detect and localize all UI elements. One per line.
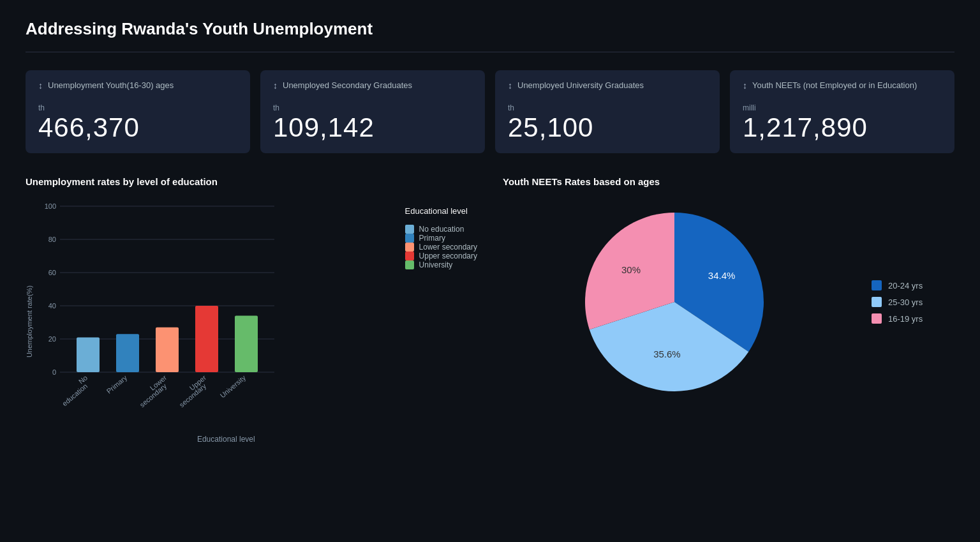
pie-svg: 34.4%35.6%30% [572,200,776,404]
kpi-value-3: 1,217,890 [743,112,942,143]
svg-text:0: 0 [52,368,56,376]
pie-legend-item-2: 16-19 yrs [872,313,954,324]
svg-text:40: 40 [48,302,56,310]
x-axis-title: Educational level [38,435,392,444]
kpi-value-0: 466,370 [38,112,237,143]
bar-3 [195,306,218,372]
legend-items: No education Primary Lower secondary Upp… [405,225,477,269]
legend-swatch-0 [405,225,414,234]
bar-chart-inner: 100806040200NoeducationPrimaryLowersecon… [38,200,392,444]
pie-label-1: 35.6% [653,349,681,359]
kpi-card-3: ↕ Youth NEETs (not Employed or in Educat… [730,70,954,153]
kpi-unit-2: th [508,103,707,112]
bar-4 [235,316,258,372]
pie-chart-section: Youth NEETs Rates based on ages 34.4%35.… [503,176,954,444]
pie-legend-swatch-0 [872,280,882,290]
kpi-header-2: ↕ Unemployed University Graduates [508,80,707,91]
legend-item-4: University [405,260,477,269]
pie-legend-item-1: 25-30 yrs [872,297,954,307]
pie-svg-wrap: 34.4%35.6%30% [503,200,846,404]
legend-item-3: Upper secondary [405,252,477,260]
kpi-unit-1: th [273,103,472,112]
pie-chart-title: Youth NEETs Rates based on ages [503,176,954,187]
kpi-icon-3: ↕ [743,80,747,91]
svg-text:education: education [61,382,89,407]
svg-text:100: 100 [45,202,56,210]
kpi-header-1: ↕ Unemployed Secondary Graduates [273,80,472,91]
kpi-label-3: Youth NEETs (not Employed or in Educatio… [752,80,917,91]
legend-title: Educational level [405,206,477,216]
pie-legend: 20-24 yrs 25-30 yrs 16-19 yrs [872,280,954,324]
bar-chart-container: Unemployment rate(%) 100806040200Noeduca… [26,200,477,444]
bar-chart-legend: Educational level No education Primary L… [405,200,477,269]
kpi-row: ↕ Unemployment Youth(16-30) ages th 466,… [26,70,954,153]
pie-label-2: 30% [621,264,641,275]
pie-legend-label-0: 20-24 yrs [888,281,923,290]
section-divider [26,52,954,52]
svg-text:60: 60 [48,269,56,276]
charts-row: Unemployment rates by level of education… [26,176,954,444]
kpi-label-2: Unemployed University Graduates [517,80,644,91]
pie-legend-label-2: 16-19 yrs [888,314,923,324]
legend-label-2: Lower secondary [419,243,477,252]
bars-render: 100806040200NoeducationPrimaryLowersecon… [38,200,392,432]
legend-swatch-2 [405,243,414,252]
pie-legend-item-0: 20-24 yrs [872,280,954,290]
legend-label-0: No education [419,225,464,234]
kpi-icon-2: ↕ [508,80,512,91]
kpi-value-2: 25,100 [508,112,707,143]
kpi-icon-0: ↕ [38,80,43,91]
svg-text:Primary: Primary [105,373,129,395]
legend-item-0: No education [405,225,477,234]
bar-chart-area: Unemployment rate(%) 100806040200Noeduca… [26,200,392,444]
bar-1 [116,334,139,372]
kpi-icon-1: ↕ [273,80,278,91]
legend-swatch-1 [405,234,414,243]
bar-2 [156,327,179,372]
svg-text:University: University [219,373,248,400]
bar-chart-section: Unemployment rates by level of education… [26,176,477,444]
bar-svg: 100806040200NoeducationPrimaryLowersecon… [38,200,281,430]
kpi-unit-3: milli [743,103,942,112]
svg-text:80: 80 [48,236,56,243]
pie-legend-swatch-2 [872,313,882,324]
kpi-label-0: Unemployment Youth(16-30) ages [48,80,174,91]
legend-label-3: Upper secondary [419,252,477,260]
legend-item-1: Primary [405,234,477,243]
pie-legend-swatch-1 [872,297,882,307]
bar-0 [77,337,100,372]
legend-item-2: Lower secondary [405,243,477,252]
legend-label-1: Primary [419,234,445,243]
y-axis-label: Unemployment rate(%) [26,285,33,358]
page-title: Addressing Rwanda's Youth Unemployment [26,19,954,39]
bar-chart-title: Unemployment rates by level of education [26,176,477,187]
kpi-label-1: Unemployed Secondary Graduates [283,80,412,91]
svg-text:20: 20 [48,335,56,343]
kpi-unit-0: th [38,103,237,112]
kpi-card-0: ↕ Unemployment Youth(16-30) ages th 466,… [26,70,250,153]
kpi-card-2: ↕ Unemployed University Graduates th 25,… [495,70,720,153]
legend-label-4: University [419,260,453,269]
kpi-header-3: ↕ Youth NEETs (not Employed or in Educat… [743,80,942,91]
legend-swatch-3 [405,252,414,260]
pie-label-0: 34.4% [708,270,736,281]
kpi-value-1: 109,142 [273,112,472,143]
kpi-card-1: ↕ Unemployed Secondary Graduates th 109,… [260,70,485,153]
kpi-header-0: ↕ Unemployment Youth(16-30) ages [38,80,237,91]
pie-content: 34.4%35.6%30% 20-24 yrs 25-30 yrs 16-19 … [503,200,954,404]
legend-swatch-4 [405,260,414,269]
pie-legend-label-1: 25-30 yrs [888,297,923,307]
